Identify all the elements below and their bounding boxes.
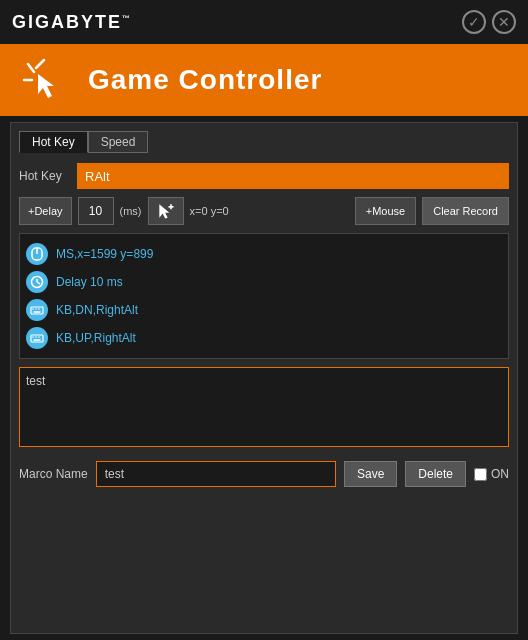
svg-marker-3 [38,74,54,98]
save-button[interactable]: Save [344,461,397,487]
on-checkbox[interactable] [474,468,487,481]
on-toggle-label[interactable]: ON [474,467,509,481]
record-item-1: Delay 10 ms [26,268,502,296]
clock-icon [30,275,44,289]
record-text-2: KB,DN,RightAlt [56,303,138,317]
delay-value-input[interactable] [78,197,114,225]
hotkey-input[interactable] [77,163,509,189]
record-item-2: KB,DN,RightAlt [26,296,502,324]
clear-record-button[interactable]: Clear Record [422,197,509,225]
record-item-0: MS,x=1599 y=899 [26,240,502,268]
svg-rect-12 [31,307,43,314]
xy-label: x=0 y=0 [190,205,349,217]
controls-row: +Delay (ms) x=0 y=0 +Mouse Clear Record [19,197,509,225]
delay-button[interactable]: +Delay [19,197,72,225]
record-icon-keyboard-1 [26,327,48,349]
window-controls: ✓ ✕ [462,10,516,34]
svg-line-0 [36,60,44,68]
record-icon-keyboard-0 [26,299,48,321]
main-area: Hot Key Speed Hot Key +Delay (ms) x=0 y=… [10,122,518,634]
app-logo: GIGABYTE™ [12,12,132,33]
ms-label: (ms) [120,205,142,217]
mouse-button[interactable]: +Mouse [355,197,416,225]
cursor-plus-icon [156,201,176,221]
close-button[interactable]: ✕ [492,10,516,34]
record-icon-clock [26,271,48,293]
confirm-button[interactable]: ✓ [462,10,486,34]
delete-button[interactable]: Delete [405,461,466,487]
hotkey-row: Hot Key [19,163,509,189]
hotkey-label: Hot Key [19,169,69,183]
footer-row: Marco Name Save Delete ON [19,457,509,487]
svg-marker-4 [159,204,169,218]
keyboard-icon-2 [30,331,44,345]
trademark: ™ [122,14,132,23]
tab-hotkey[interactable]: Hot Key [19,131,88,153]
header-band: Game Controller [0,44,528,116]
header-title: Game Controller [88,64,322,96]
keyboard-icon [30,303,44,317]
macro-text-area[interactable]: test [19,367,509,447]
macro-text-content: test [26,374,45,388]
mouse-icon [30,247,44,261]
svg-rect-17 [31,335,43,342]
tab-bar: Hot Key Speed [19,131,509,153]
tab-speed[interactable]: Speed [88,131,149,153]
on-label: ON [491,467,509,481]
record-list: MS,x=1599 y=899 Delay 10 ms [19,233,509,359]
title-bar: GIGABYTE™ ✓ ✕ [0,0,528,44]
game-controller-icon [16,52,72,108]
marco-name-label: Marco Name [19,467,88,481]
svg-line-2 [28,64,34,72]
marco-name-input[interactable] [96,461,336,487]
svg-line-11 [37,282,40,284]
record-item-3: KB,UP,RightAlt [26,324,502,352]
app-title-text: GIGABYTE [12,12,122,32]
header-icon [16,52,72,108]
record-text-0: MS,x=1599 y=899 [56,247,153,261]
record-text-3: KB,UP,RightAlt [56,331,136,345]
record-text-1: Delay 10 ms [56,275,123,289]
record-icon-mouse [26,243,48,265]
cursor-icon-button[interactable] [148,197,184,225]
